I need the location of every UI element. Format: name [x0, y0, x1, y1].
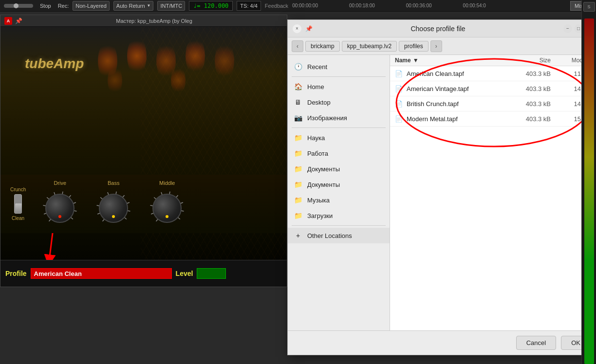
- col-name-header[interactable]: Name ▼: [395, 57, 508, 64]
- toolbar: Stop Rec: Non-Layered Auto Return ▼ INT/…: [0, 0, 596, 12]
- sidebar-item-docs1[interactable]: 📁 Документы: [288, 161, 390, 177]
- crunch-switch-group: Crunch Clean: [10, 187, 26, 221]
- recent-icon: 🕐: [294, 62, 302, 71]
- drive-label: Drive: [54, 180, 66, 186]
- file-icon-1: 📄: [395, 85, 403, 92]
- amp-brand: tubeAmp: [25, 56, 84, 72]
- sidebar-item-home[interactable]: 🏠 Home: [288, 79, 390, 94]
- drive-dot: [58, 215, 61, 218]
- file-list-area: Name ▼ Size Modified 📄 American Clean.ta…: [390, 55, 596, 330]
- tube-glow-5: [215, 41, 234, 80]
- controls-row: Crunch Clean Drive: [0, 175, 287, 233]
- breadcrumb-brickamp[interactable]: brickamp: [305, 41, 340, 52]
- bass-dot: [112, 215, 115, 218]
- int-mtc-display: INT/MTC: [157, 1, 185, 11]
- file-name-1: American Vintage.tapf: [407, 85, 508, 92]
- dialog-pin-button[interactable]: 📌: [305, 25, 313, 32]
- drive-knob[interactable]: [45, 194, 74, 223]
- file-row[interactable]: 📄 British Crunch.tapf 403.3 kB 14 Feb: [390, 96, 596, 111]
- sidebar-item-docs2[interactable]: 📁 Документы: [288, 177, 390, 192]
- file-size-2: 403.3 kB: [512, 100, 551, 108]
- plugin-window: A 📌 Мастер: kpp_tubeAmp (by Oleg tubeAmp: [0, 15, 287, 287]
- file-icon-2: 📄: [395, 100, 403, 108]
- sidebar-item-downloads-label: Загрузки: [307, 212, 333, 219]
- other-locations-label: Other Locations: [307, 232, 352, 239]
- auto-return-arrow: ▼: [147, 3, 151, 8]
- sidebar-divider-2: [292, 127, 386, 128]
- file-row[interactable]: 📄 American Vintage.tapf 403.3 kB 14 Feb: [390, 81, 596, 96]
- stop-button[interactable]: Stop: [37, 3, 54, 9]
- dialog-titlebar: × 📌 Choose profile file − □ ×: [288, 20, 596, 37]
- col-size-header[interactable]: Size: [512, 57, 551, 64]
- other-locations-icon: +: [294, 231, 302, 240]
- sidebar-item-rabota-label: Работа: [307, 150, 328, 157]
- plugin-titlebar: A 📌 Мастер: kpp_tubeAmp (by Oleg: [0, 15, 287, 27]
- bass-knob[interactable]: [99, 194, 128, 223]
- dialog-close-button[interactable]: ×: [293, 24, 301, 33]
- sidebar-item-images-label: Изображения: [307, 114, 347, 122]
- tube-glow-6: [108, 66, 122, 95]
- volume-slider[interactable]: [4, 4, 33, 8]
- file-row[interactable]: 📄 American Clean.tapf 403.3 kB 11 Feb: [390, 66, 596, 81]
- file-icon-0: 📄: [395, 70, 403, 77]
- file-name-0: American Clean.tapf: [407, 70, 508, 77]
- plugin-logo: A: [4, 17, 12, 25]
- breadcrumb-back[interactable]: ‹: [292, 40, 303, 52]
- amp-body: tubeAmp Crunch Clean Drive: [0, 27, 287, 260]
- images-icon: 📷: [294, 113, 302, 122]
- crunch-switch[interactable]: [14, 194, 22, 214]
- tube-glow-2: [127, 36, 147, 75]
- music-icon: 📁: [294, 196, 302, 204]
- sidebar-item-nauka[interactable]: 📁 Наука: [288, 130, 390, 146]
- crunch-label-top: Crunch: [10, 187, 26, 192]
- dialog-title: Choose profile file: [317, 25, 559, 33]
- middle-knob-group: Middle: [148, 180, 186, 228]
- time-sig-display: TS: 4/4: [237, 1, 261, 11]
- file-size-3: 403.3 kB: [512, 115, 551, 123]
- middle-dot: [166, 215, 168, 218]
- level-label: Level: [176, 270, 193, 277]
- right-panel-button-1[interactable]: S: [583, 2, 595, 12]
- sidebar-item-desktop[interactable]: 🖥 Desktop: [288, 94, 390, 110]
- profile-bar: Profile American Clean Level: [0, 260, 287, 287]
- sidebar-divider-3: [292, 225, 386, 226]
- bass-knob-group: Bass: [94, 180, 133, 228]
- breadcrumb-kpp[interactable]: kpp_tubeamp.lv2: [342, 41, 397, 52]
- middle-knob[interactable]: [152, 194, 182, 223]
- middle-knob-wrapper: [148, 189, 186, 228]
- auto-return-selector[interactable]: Auto Return ▼: [113, 1, 154, 11]
- breadcrumb-profiles[interactable]: profiles: [399, 41, 428, 52]
- sidebar-item-home-label: Home: [307, 83, 324, 91]
- cancel-button[interactable]: Cancel: [516, 336, 556, 350]
- dialog-sidebar: 🕐 Recent 🏠 Home 🖥 Desktop 📷 Изображения …: [288, 55, 390, 330]
- breadcrumb-nav: ‹ brickamp kpp_tubeamp.lv2 profiles ›: [288, 37, 596, 55]
- dialog-minimize-button[interactable]: −: [563, 24, 572, 33]
- file-size-1: 403.3 kB: [512, 85, 551, 92]
- sidebar-item-recent[interactable]: 🕐 Recent: [288, 59, 390, 74]
- sidebar-item-rabota[interactable]: 📁 Работа: [288, 146, 390, 161]
- sidebar-item-docs1-label: Документы: [307, 165, 340, 173]
- sidebar-item-docs2-label: Документы: [307, 181, 340, 188]
- file-row[interactable]: 📄 Modern Metal.tapf 403.3 kB 15 Feb: [390, 111, 596, 127]
- sidebar-item-images[interactable]: 📷 Изображения: [288, 110, 390, 126]
- timeline: 00:00:00:00 00:00:18:00 00:00:36:00 00:0…: [292, 3, 566, 8]
- feedback-button[interactable]: Feedback: [265, 3, 288, 9]
- sidebar-item-music-label: Музыка: [307, 197, 330, 204]
- rec-mode-selector[interactable]: Non-Layered: [73, 1, 110, 11]
- bass-knob-wrapper: [94, 189, 133, 228]
- file-name-3: Modern Metal.tapf: [407, 115, 508, 123]
- docs1-icon: 📁: [294, 164, 302, 173]
- right-panel: S: [581, 0, 596, 364]
- file-name-2: British Crunch.tapf: [407, 100, 508, 108]
- breadcrumb-forward[interactable]: ›: [430, 40, 442, 52]
- bass-label: Bass: [108, 180, 119, 186]
- nauka-icon: 📁: [294, 133, 302, 142]
- sidebar-item-other-locations[interactable]: + Other Locations: [288, 228, 390, 243]
- file-rows: 📄 American Clean.tapf 403.3 kB 11 Feb 📄 …: [390, 66, 596, 330]
- middle-label: Middle: [159, 180, 175, 186]
- sidebar-item-music[interactable]: 📁 Музыка: [288, 192, 390, 208]
- sidebar-item-downloads[interactable]: 📁 Загрузки: [288, 208, 390, 223]
- profile-value-bar: American Clean: [31, 268, 172, 279]
- plugin-pin[interactable]: 📌: [15, 18, 22, 24]
- rec-label: Rec:: [58, 3, 69, 9]
